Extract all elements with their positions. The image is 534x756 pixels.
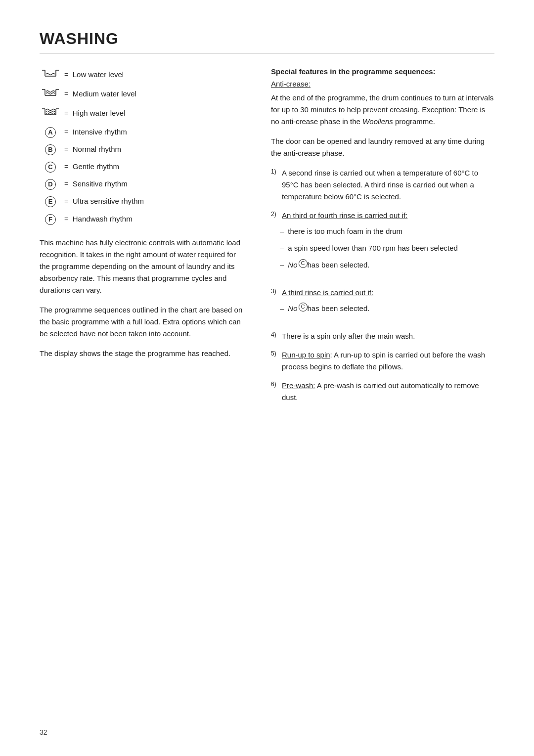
num-6: 6)	[271, 380, 280, 389]
num-4: 4)	[271, 330, 280, 340]
left-para-1: This machine has fully electronic contro…	[40, 237, 247, 296]
list-item: A = Intensive rhythm	[40, 126, 247, 138]
exception-label: Exception	[422, 105, 454, 114]
water-high-label: High water level	[73, 108, 126, 118]
dash-item: No C has been selected.	[280, 303, 369, 314]
num-1: 1)	[271, 167, 280, 177]
item-6-text: Pre-wash: A pre-wash is carried out auto…	[282, 380, 494, 403]
list-item: = Low water level	[40, 67, 247, 82]
circle-d-icon: D	[40, 178, 61, 190]
symbol-list: = Low water level =	[40, 67, 247, 225]
circle-b-icon: B	[40, 143, 61, 155]
anti-crease-label: Anti-crease:	[271, 80, 494, 88]
list-item: D = Sensitive rhythm	[40, 178, 247, 190]
num-3: 3)	[271, 287, 280, 296]
water-med-label: Medium water level	[73, 89, 136, 99]
numbered-item-2: 2) An third or fourth rinse is carried o…	[271, 210, 494, 280]
dash-item: there is too much foam in the drum	[280, 225, 458, 237]
water-low-icon	[40, 67, 61, 82]
normal-rhythm-label: Normal rhythm	[73, 144, 121, 154]
circle-c-icon: C	[40, 160, 61, 173]
item-5-text: Run-up to spin: A run-up to spin is carr…	[282, 349, 494, 373]
item-3-underline: A third rinse is carried out if:	[282, 287, 373, 299]
water-low-label: Low water level	[73, 69, 124, 80]
page-number: 32	[40, 728, 47, 736]
numbered-list: 1) A second rinse is carried out when a …	[271, 167, 494, 403]
left-para-2: The programme sequences outlined in the …	[40, 304, 247, 340]
list-item: C = Gentle rhythm	[40, 160, 247, 173]
intensive-rhythm-label: Intensive rhythm	[73, 127, 127, 137]
door-para: The door can be opened and laundry remov…	[271, 135, 494, 159]
num-2: 2)	[271, 210, 280, 219]
page-title: WASHING	[40, 30, 494, 48]
sensitive-rhythm-label: Sensitive rhythm	[73, 178, 128, 189]
handwash-rhythm-label: Handwash rhythm	[73, 214, 133, 224]
numbered-item-5: 5) Run-up to spin: A run-up to spin is c…	[271, 349, 494, 373]
special-heading: Special features in the programme sequen…	[271, 67, 494, 76]
item-2-underline: An third or fourth rinse is carried out …	[282, 210, 407, 222]
woollens-label: Woollens	[362, 117, 393, 126]
anti-crease-para: At the end of the programme, the drum co…	[271, 92, 494, 128]
list-item: E = Ultra sensitive rhythm	[40, 195, 247, 207]
circle-e-icon: E	[40, 195, 61, 207]
dash-item: No C has been selected.	[280, 259, 458, 271]
list-item: B = Normal rhythm	[40, 143, 247, 155]
circle-a-icon: A	[40, 126, 61, 138]
circle-f-icon: F	[40, 213, 61, 225]
main-layout: = Low water level =	[40, 67, 494, 410]
numbered-item-4: 4) There is a spin only after the main w…	[271, 330, 494, 342]
list-item: = High water level	[40, 106, 247, 120]
ultra-sensitive-rhythm-label: Ultra sensitive rhythm	[73, 196, 144, 206]
item-1-text: A second rinse is carried out when a tem…	[282, 167, 494, 203]
left-column: = Low water level =	[40, 67, 247, 410]
water-high-icon	[40, 106, 61, 120]
water-med-icon	[40, 87, 61, 101]
item-4-text: There is a spin only after the main wash…	[282, 330, 415, 342]
dash-item: a spin speed lower than 700 rpm has been…	[280, 242, 458, 254]
numbered-item-3: 3) A third rinse is carried out if: No C…	[271, 287, 494, 323]
dash-list-3: No C has been selected.	[280, 303, 369, 319]
left-para-3: The display shows the stage the programm…	[40, 348, 247, 359]
c-circle-icon: C	[299, 303, 308, 311]
numbered-item-6: 6) Pre-wash: A pre-wash is carried out a…	[271, 380, 494, 403]
list-item: F = Handwash rhythm	[40, 213, 247, 225]
dash-list-2: there is too much foam in the drum a spi…	[280, 225, 458, 276]
list-item: = Medium water level	[40, 87, 247, 101]
right-column: Special features in the programme sequen…	[271, 67, 494, 410]
c-circle-icon: C	[299, 259, 308, 268]
gentle-rhythm-label: Gentle rhythm	[73, 161, 119, 172]
divider	[40, 53, 494, 53]
numbered-item-1: 1) A second rinse is carried out when a …	[271, 167, 494, 203]
num-5: 5)	[271, 349, 280, 358]
